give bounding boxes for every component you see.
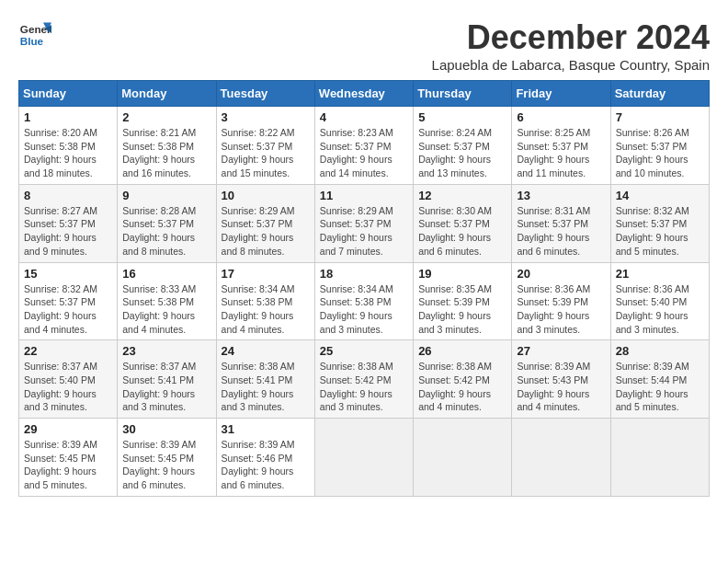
day-info: Sunrise: 8:21 AM Sunset: 5:38 PM Dayligh… (122, 126, 210, 180)
calendar-day-cell: 29Sunrise: 8:39 AM Sunset: 5:45 PM Dayli… (19, 419, 118, 497)
day-number: 11 (320, 189, 408, 202)
day-info: Sunrise: 8:38 AM Sunset: 5:42 PM Dayligh… (418, 360, 506, 414)
calendar-day-cell: 30Sunrise: 8:39 AM Sunset: 5:45 PM Dayli… (118, 419, 216, 497)
page-header: General Blue December 2024 Lapuebla de L… (18, 18, 710, 73)
day-info: Sunrise: 8:35 AM Sunset: 5:39 PM Dayligh… (418, 282, 506, 337)
day-number: 30 (122, 422, 210, 436)
calendar-day-header: Friday (512, 81, 610, 107)
day-number: 8 (24, 189, 112, 202)
calendar-day-cell: 6Sunrise: 8:25 AM Sunset: 5:37 PM Daylig… (512, 107, 610, 185)
day-number: 31 (222, 422, 310, 436)
day-number: 6 (517, 110, 605, 124)
day-number: 25 (320, 344, 408, 358)
day-number: 17 (222, 267, 310, 281)
calendar-day-cell: 11Sunrise: 8:29 AM Sunset: 5:37 PM Dayli… (314, 184, 413, 262)
day-number: 27 (517, 344, 605, 358)
calendar-week-row: 22Sunrise: 8:37 AM Sunset: 5:40 PM Dayli… (19, 340, 710, 419)
day-number: 4 (320, 110, 408, 124)
day-info: Sunrise: 8:29 AM Sunset: 5:37 PM Dayligh… (222, 204, 310, 259)
day-info: Sunrise: 8:37 AM Sunset: 5:41 PM Dayligh… (122, 360, 210, 414)
day-info: Sunrise: 8:39 AM Sunset: 5:45 PM Dayligh… (24, 438, 112, 492)
calendar-week-row: 29Sunrise: 8:39 AM Sunset: 5:45 PM Dayli… (19, 419, 710, 497)
calendar-day-cell: 8Sunrise: 8:27 AM Sunset: 5:37 PM Daylig… (19, 184, 118, 262)
day-info: Sunrise: 8:36 AM Sunset: 5:39 PM Dayligh… (517, 282, 605, 337)
day-number: 2 (122, 110, 210, 124)
calendar-day-header: Sunday (19, 81, 118, 107)
calendar-day-cell: 26Sunrise: 8:38 AM Sunset: 5:42 PM Dayli… (414, 340, 512, 419)
day-info: Sunrise: 8:29 AM Sunset: 5:37 PM Dayligh… (320, 204, 408, 259)
calendar-day-header: Saturday (610, 81, 709, 107)
calendar-day-cell (314, 419, 413, 497)
calendar-day-cell: 27Sunrise: 8:39 AM Sunset: 5:43 PM Dayli… (512, 340, 610, 419)
day-info: Sunrise: 8:36 AM Sunset: 5:40 PM Dayligh… (616, 282, 704, 337)
day-number: 22 (24, 344, 112, 358)
day-info: Sunrise: 8:38 AM Sunset: 5:42 PM Dayligh… (320, 360, 408, 414)
calendar-week-row: 8Sunrise: 8:27 AM Sunset: 5:37 PM Daylig… (19, 184, 710, 262)
day-number: 12 (418, 189, 506, 202)
calendar-week-row: 15Sunrise: 8:32 AM Sunset: 5:37 PM Dayli… (19, 262, 710, 340)
calendar-day-cell: 2Sunrise: 8:21 AM Sunset: 5:38 PM Daylig… (118, 107, 216, 185)
calendar-day-cell (414, 419, 512, 497)
day-number: 1 (24, 110, 112, 124)
day-info: Sunrise: 8:28 AM Sunset: 5:37 PM Dayligh… (122, 204, 210, 259)
day-info: Sunrise: 8:37 AM Sunset: 5:40 PM Dayligh… (24, 360, 112, 414)
day-info: Sunrise: 8:24 AM Sunset: 5:37 PM Dayligh… (418, 126, 506, 180)
calendar-header: SundayMondayTuesdayWednesdayThursdayFrid… (19, 81, 710, 107)
day-number: 14 (616, 189, 704, 202)
calendar-day-header: Wednesday (314, 81, 413, 107)
day-number: 16 (122, 267, 210, 281)
day-info: Sunrise: 8:39 AM Sunset: 5:46 PM Dayligh… (222, 438, 310, 492)
day-info: Sunrise: 8:22 AM Sunset: 5:37 PM Dayligh… (222, 126, 310, 180)
calendar-day-cell: 15Sunrise: 8:32 AM Sunset: 5:37 PM Dayli… (19, 262, 118, 340)
day-number: 26 (418, 344, 506, 358)
day-info: Sunrise: 8:38 AM Sunset: 5:41 PM Dayligh… (222, 360, 310, 414)
calendar-day-header: Monday (118, 81, 216, 107)
logo: General Blue (18, 18, 51, 52)
location-title: Lapuebla de Labarca, Basque Country, Spa… (432, 57, 710, 73)
day-number: 15 (24, 267, 112, 281)
day-info: Sunrise: 8:39 AM Sunset: 5:45 PM Dayligh… (122, 438, 210, 492)
calendar-day-header: Thursday (414, 81, 512, 107)
day-number: 3 (222, 110, 310, 124)
calendar-table: SundayMondayTuesdayWednesdayThursdayFrid… (18, 80, 710, 497)
day-info: Sunrise: 8:25 AM Sunset: 5:37 PM Dayligh… (517, 126, 605, 180)
calendar-day-cell: 9Sunrise: 8:28 AM Sunset: 5:37 PM Daylig… (118, 184, 216, 262)
day-number: 9 (122, 189, 210, 202)
calendar-day-cell: 20Sunrise: 8:36 AM Sunset: 5:39 PM Dayli… (512, 262, 610, 340)
logo-icon: General Blue (18, 18, 51, 52)
day-number: 20 (517, 267, 605, 281)
day-number: 10 (222, 189, 310, 202)
calendar-day-cell: 28Sunrise: 8:39 AM Sunset: 5:44 PM Dayli… (610, 340, 709, 419)
calendar-day-cell: 4Sunrise: 8:23 AM Sunset: 5:37 PM Daylig… (314, 107, 413, 185)
calendar-day-cell: 18Sunrise: 8:34 AM Sunset: 5:38 PM Dayli… (314, 262, 413, 340)
day-info: Sunrise: 8:30 AM Sunset: 5:37 PM Dayligh… (418, 204, 506, 259)
calendar-day-cell: 12Sunrise: 8:30 AM Sunset: 5:37 PM Dayli… (414, 184, 512, 262)
day-number: 23 (122, 344, 210, 358)
day-number: 19 (418, 267, 506, 281)
day-number: 5 (418, 110, 506, 124)
calendar-day-cell (512, 419, 610, 497)
calendar-day-cell: 10Sunrise: 8:29 AM Sunset: 5:37 PM Dayli… (216, 184, 314, 262)
day-info: Sunrise: 8:39 AM Sunset: 5:44 PM Dayligh… (616, 360, 704, 414)
day-info: Sunrise: 8:23 AM Sunset: 5:37 PM Dayligh… (320, 126, 408, 180)
day-info: Sunrise: 8:26 AM Sunset: 5:37 PM Dayligh… (616, 126, 704, 180)
calendar-day-cell: 31Sunrise: 8:39 AM Sunset: 5:46 PM Dayli… (216, 419, 314, 497)
day-info: Sunrise: 8:31 AM Sunset: 5:37 PM Dayligh… (517, 204, 605, 259)
day-number: 24 (222, 344, 310, 358)
calendar-day-cell: 1Sunrise: 8:20 AM Sunset: 5:38 PM Daylig… (19, 107, 118, 185)
calendar-day-cell: 5Sunrise: 8:24 AM Sunset: 5:37 PM Daylig… (414, 107, 512, 185)
calendar-day-cell: 24Sunrise: 8:38 AM Sunset: 5:41 PM Dayli… (216, 340, 314, 419)
day-info: Sunrise: 8:20 AM Sunset: 5:38 PM Dayligh… (24, 126, 112, 180)
calendar-day-cell: 25Sunrise: 8:38 AM Sunset: 5:42 PM Dayli… (314, 340, 413, 419)
calendar-day-cell: 13Sunrise: 8:31 AM Sunset: 5:37 PM Dayli… (512, 184, 610, 262)
day-number: 7 (616, 110, 704, 124)
day-info: Sunrise: 8:34 AM Sunset: 5:38 PM Dayligh… (222, 282, 310, 337)
day-info: Sunrise: 8:32 AM Sunset: 5:37 PM Dayligh… (616, 204, 704, 259)
day-number: 18 (320, 267, 408, 281)
day-number: 29 (24, 422, 112, 436)
calendar-day-header: Tuesday (216, 81, 314, 107)
svg-text:Blue: Blue (20, 35, 44, 47)
month-title: December 2024 (432, 18, 710, 57)
title-area: December 2024 Lapuebla de Labarca, Basqu… (432, 18, 710, 73)
day-info: Sunrise: 8:33 AM Sunset: 5:38 PM Dayligh… (122, 282, 210, 337)
